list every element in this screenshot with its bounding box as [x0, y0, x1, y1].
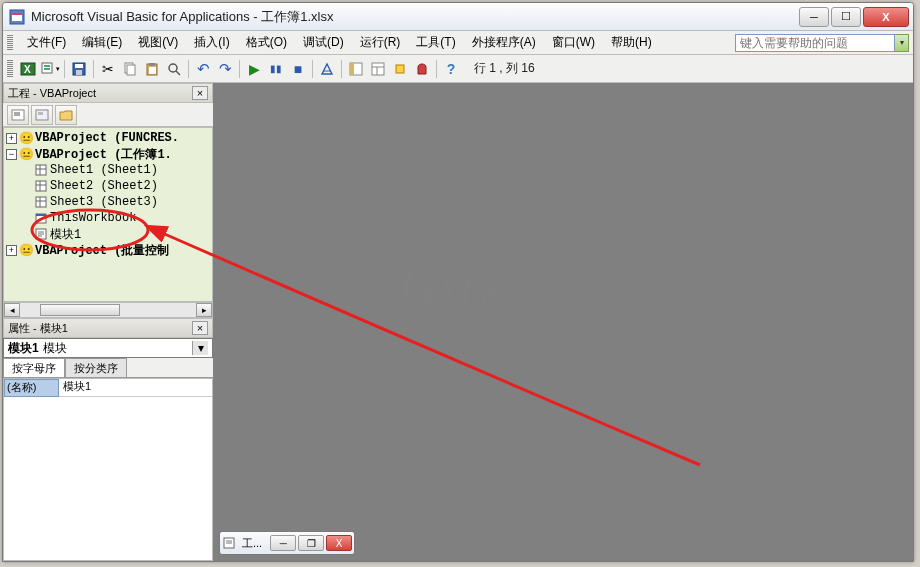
object-browser-button[interactable]: [389, 58, 411, 80]
svg-rect-21: [372, 63, 384, 75]
module-icon: [222, 537, 236, 549]
scroll-thumb[interactable]: [40, 304, 120, 316]
properties-panel-titlebar: 属性 - 模块1 ×: [3, 318, 213, 338]
chevron-down-icon: ▾: [192, 341, 208, 355]
svg-point-16: [169, 64, 177, 72]
cursor-position-label: 行 1 , 列 16: [474, 60, 535, 77]
menubar-grip[interactable]: [7, 35, 13, 51]
properties-panel-title: 属性 - 模块1: [8, 321, 68, 336]
svg-rect-40: [36, 214, 46, 216]
minimize-button[interactable]: ─: [799, 7, 829, 27]
find-button[interactable]: [163, 58, 185, 80]
close-button[interactable]: X: [863, 7, 909, 27]
run-button[interactable]: ▶: [243, 58, 265, 80]
svg-rect-14: [149, 63, 155, 66]
left-docking-area: 工程 - VBAProject × +😐VBAProject (FUNCRES.…: [3, 83, 213, 561]
menu-addins[interactable]: 外接程序(A): [464, 32, 544, 53]
window-title: Microsoft Visual Basic for Applications …: [31, 8, 799, 26]
copy-button[interactable]: [119, 58, 141, 80]
menu-format[interactable]: 格式(O): [238, 32, 295, 53]
save-button[interactable]: [68, 58, 90, 80]
menu-debug[interactable]: 调试(D): [295, 32, 352, 53]
tree-node-sheet1[interactable]: Sheet1 (Sheet1): [4, 162, 212, 178]
svg-rect-20: [350, 63, 354, 75]
project-panel-toolbar: [3, 103, 213, 127]
view-excel-button[interactable]: X: [17, 58, 39, 80]
menu-window[interactable]: 窗口(W): [544, 32, 603, 53]
properties-grid[interactable]: (名称) 模块1: [3, 378, 213, 561]
svg-text:X: X: [24, 64, 31, 75]
menu-view[interactable]: 视图(V): [130, 32, 186, 53]
toolbar-grip[interactable]: [7, 60, 13, 78]
svg-rect-15: [149, 67, 156, 74]
mdi-minimize-button[interactable]: ─: [270, 535, 296, 551]
mdi-restore-button[interactable]: ❐: [298, 535, 324, 551]
property-row-name[interactable]: (名称) 模块1: [4, 379, 212, 397]
tree-node-project-batch[interactable]: +😐VBAProject (批量控制: [4, 242, 212, 258]
menu-edit[interactable]: 编辑(E): [74, 32, 130, 53]
property-key: (名称): [4, 379, 59, 397]
design-mode-button[interactable]: [316, 58, 338, 80]
tree-node-project-funcres[interactable]: +😐VBAProject (FUNCRES.: [4, 130, 212, 146]
project-tree[interactable]: +😐VBAProject (FUNCRES. −😐VBAProject (工作簿…: [3, 127, 213, 302]
paste-button[interactable]: [141, 58, 163, 80]
svg-rect-9: [75, 64, 83, 68]
undo-button[interactable]: ↶: [192, 58, 214, 80]
svg-rect-24: [396, 65, 404, 73]
properties-window-button[interactable]: [367, 58, 389, 80]
scroll-right-button[interactable]: ▸: [196, 303, 212, 317]
svg-rect-10: [76, 70, 82, 75]
tab-categorized[interactable]: 按分类序: [65, 358, 127, 377]
help-search-input[interactable]: [735, 34, 895, 52]
help-dropdown-button[interactable]: ▾: [895, 34, 909, 52]
mdi-child-title: 工...: [236, 536, 268, 551]
menu-insert[interactable]: 插入(I): [186, 32, 237, 53]
menu-help[interactable]: 帮助(H): [603, 32, 660, 53]
reset-button[interactable]: ■: [287, 58, 309, 80]
menu-run[interactable]: 运行(R): [352, 32, 409, 53]
view-code-button[interactable]: [7, 105, 29, 125]
tree-node-sheet2[interactable]: Sheet2 (Sheet2): [4, 178, 212, 194]
svg-rect-7: [44, 68, 50, 70]
view-object-button[interactable]: [31, 105, 53, 125]
project-tree-hscrollbar[interactable]: ◂ ▸: [3, 302, 213, 318]
project-explorer-button[interactable]: [345, 58, 367, 80]
insert-dropdown-button[interactable]: ▾: [39, 58, 61, 80]
project-panel-titlebar: 工程 - VBAProject ×: [3, 83, 213, 103]
svg-rect-2: [12, 13, 22, 15]
tab-alphabetic[interactable]: 按字母序: [3, 358, 65, 377]
property-value[interactable]: 模块1: [59, 379, 212, 397]
properties-object-dropdown[interactable]: 模块1 模块 ▾: [3, 338, 213, 358]
mdi-close-button[interactable]: X: [326, 535, 352, 551]
svg-line-17: [176, 71, 180, 75]
menu-file[interactable]: 文件(F): [19, 32, 74, 53]
project-panel-close-button[interactable]: ×: [192, 86, 208, 100]
main-body: 工程 - VBAProject × +😐VBAProject (FUNCRES.…: [3, 83, 913, 561]
mdi-client-area[interactable]: 工... ─ ❐ X: [213, 83, 913, 561]
scroll-left-button[interactable]: ◂: [4, 303, 20, 317]
toggle-folders-button[interactable]: [55, 105, 77, 125]
maximize-button[interactable]: ☐: [831, 7, 861, 27]
titlebar: Microsoft Visual Basic for Applications …: [3, 3, 913, 31]
tree-node-thisworkbook[interactable]: ThisWorkbook: [4, 210, 212, 226]
svg-rect-33: [36, 181, 46, 191]
properties-panel-close-button[interactable]: ×: [192, 321, 208, 335]
menu-tools[interactable]: 工具(T): [408, 32, 463, 53]
tree-node-project-workbook1[interactable]: −😐VBAProject (工作簿1.: [4, 146, 212, 162]
svg-rect-36: [36, 197, 46, 207]
cut-button[interactable]: ✂: [97, 58, 119, 80]
app-window: Microsoft Visual Basic for Applications …: [2, 2, 914, 562]
help-button[interactable]: ?: [440, 58, 462, 80]
toolbar: X ▾ ✂ ↶ ↷ ▶ ▮▮ ■ ? 行 1 , 列 16: [3, 55, 913, 83]
svg-rect-6: [44, 65, 50, 67]
redo-button[interactable]: ↷: [214, 58, 236, 80]
properties-panel: 属性 - 模块1 × 模块1 模块 ▾ 按字母序 按分类序 (名称) 模块1: [3, 318, 213, 561]
mdi-child-window[interactable]: 工... ─ ❐ X: [219, 531, 355, 555]
tree-node-module1[interactable]: 模块1: [4, 226, 212, 242]
toolbox-button[interactable]: [411, 58, 433, 80]
properties-tabs: 按字母序 按分类序: [3, 358, 213, 378]
break-button[interactable]: ▮▮: [265, 58, 287, 80]
tree-node-sheet3[interactable]: Sheet3 (Sheet3): [4, 194, 212, 210]
svg-rect-30: [36, 165, 46, 175]
project-panel-title: 工程 - VBAProject: [8, 86, 96, 101]
